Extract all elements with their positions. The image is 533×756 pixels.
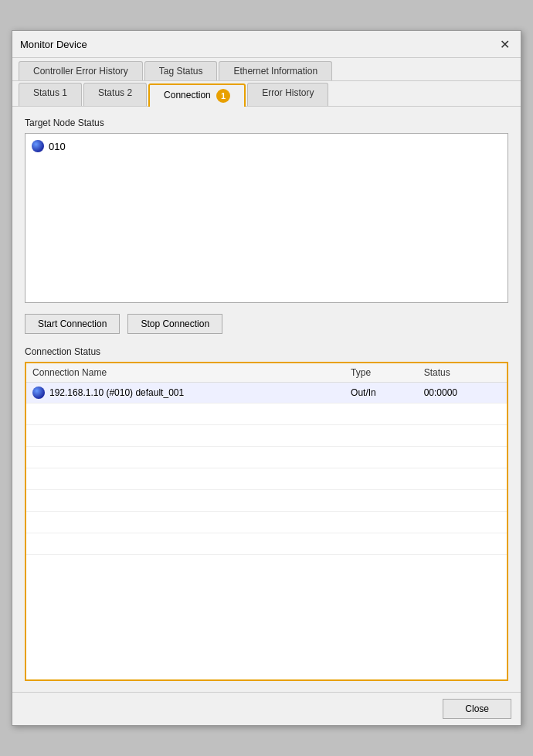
tab-status-1[interactable]: Status 1 [19,83,82,106]
conn-status-icon [32,387,45,399]
tab-controller-error-history[interactable]: Controller Error History [19,61,143,80]
tab-ethernet-information[interactable]: Ethernet Information [219,61,332,80]
start-connection-button[interactable]: Start Connection [25,314,120,334]
tab-tag-status[interactable]: Tag Status [144,61,218,80]
top-tab-row: Controller Error History Tag Status Ethe… [12,58,521,81]
monitor-device-window: Monitor Device ✕ Controller Error Histor… [12,30,521,726]
table-row-empty-5 [26,490,507,512]
connection-status-table: Connection Name Type Status 192.168.1.10… [26,363,507,555]
main-content: Target Node Status 010 Start Connection … [12,107,521,692]
row-status: 00:0000 [418,383,507,404]
title-bar: Monitor Device ✕ [12,31,521,58]
tab-status-2[interactable]: Status 2 [83,83,147,106]
table-row-empty-6 [26,512,507,533]
table-row-empty-3 [26,447,507,468]
col-header-status: Status [418,363,507,383]
connection-status-table-wrapper: Connection Name Type Status 192.168.1.10… [25,362,508,681]
tab-error-history[interactable]: Error History [247,83,328,106]
table-row-empty-2 [26,425,507,447]
window-close-button[interactable]: ✕ [496,36,513,53]
target-node-status-box: 010 [25,133,508,303]
col-header-name: Connection Name [26,363,345,383]
target-node-status-label: Target Node Status [25,117,508,128]
tab-connection[interactable]: Connection 1 [148,83,246,107]
table-row-empty-4 [26,468,507,490]
row-type: Out/In [345,383,418,404]
connection-tab-badge: 1 [216,89,230,103]
dialog-footer: Close [12,692,521,725]
node-status-icon [32,140,44,152]
node-item-010: 010 [32,140,501,152]
close-dialog-button[interactable]: Close [443,699,511,719]
col-header-type: Type [345,363,418,383]
window-title: Monitor Device [20,39,87,50]
table-row: 192.168.1.10 (#010) default_001 Out/In 0… [26,383,507,404]
bottom-tab-row: Status 1 Status 2 Connection 1 Error His… [12,81,521,107]
stop-connection-button[interactable]: Stop Connection [127,314,222,334]
row-connection-name: 192.168.1.10 (#010) default_001 [26,383,345,404]
node-label: 010 [49,141,66,152]
table-row-empty-1 [26,404,507,425]
table-header-row: Connection Name Type Status [26,363,507,383]
table-row-empty-7 [26,533,507,555]
action-buttons-row: Start Connection Stop Connection [25,314,508,334]
connection-status-label: Connection Status [25,346,508,357]
